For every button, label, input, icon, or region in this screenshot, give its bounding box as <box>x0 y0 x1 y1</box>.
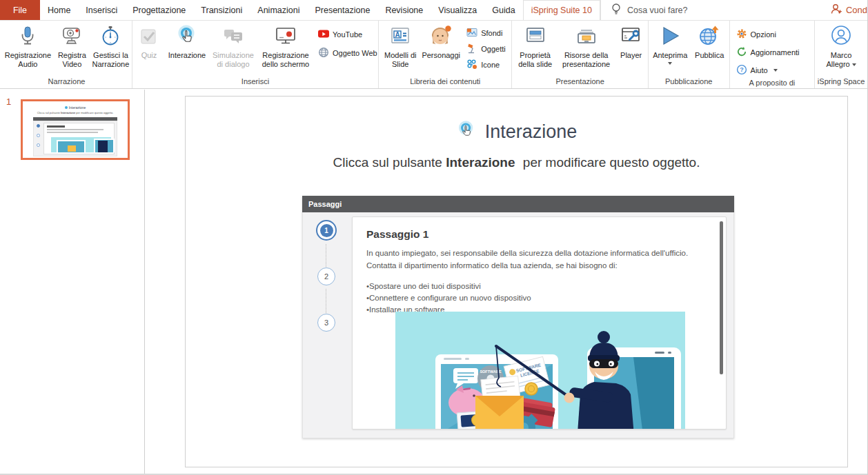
updates-button[interactable]: Aggiornamenti <box>736 46 800 59</box>
step-indicator-1: 1 <box>316 220 337 241</box>
workspace: 1 Interazione Clicca sul pulsante Intera… <box>0 90 867 474</box>
manage-narration-button[interactable]: Gestisci la Narrazione <box>90 22 131 69</box>
presentation-resources-icon <box>575 24 598 48</box>
slide-thumbnail-panel: 1 Interazione Clicca sul pulsante Intera… <box>0 90 145 474</box>
player-button[interactable]: Player <box>616 22 647 60</box>
speech-bubbles-icon <box>221 24 245 48</box>
web-object-button[interactable]: Oggetto Web <box>318 46 377 60</box>
objects-label: Oggetti <box>481 45 505 53</box>
globe-link-icon <box>318 47 329 59</box>
record-video-label: Registra Video <box>54 51 90 69</box>
record-audio-button[interactable]: Registrazione Audio <box>2 22 54 69</box>
dialog-sim-label: Simulazione di dialogo <box>209 51 257 69</box>
refresh-arrows-icon <box>736 46 747 59</box>
characters-button[interactable]: Personaggi <box>418 22 464 60</box>
ribbon: Registrazione Audio Registra Video Gesti… <box>0 21 867 89</box>
icons-glyph-icon <box>466 59 477 71</box>
bullet-item: •Spostare uno dei tuoi dispositivi <box>366 281 712 292</box>
group-label-ispring-space: iSpring Space <box>816 76 867 88</box>
options-button[interactable]: Opzioni <box>736 28 776 41</box>
group-label-narrazione: Narrazione <box>2 76 131 88</box>
youtube-label: YouTube <box>333 30 362 39</box>
tell-me-search[interactable]: Cosa vuoi fare? <box>600 0 830 20</box>
interaction-button[interactable]: Interazione <box>165 22 209 60</box>
slide-1-thumbnail[interactable]: Interazione Clicca sul pulsante Interazi… <box>21 99 130 160</box>
dropdown-caret-icon <box>773 69 778 72</box>
ribbon-group-a-proposito-di: Opzioni Aggiornamenti ? Aiuto <box>730 21 816 88</box>
group-label-a-proposito-di: A proposito di <box>731 77 814 88</box>
interaction-label: Interazione <box>168 51 206 60</box>
lightbulb-icon <box>611 3 622 17</box>
menu-tab-transizioni[interactable]: Transizioni <box>193 0 250 20</box>
slide-1-thumbnail-preview: Interazione Clicca sul pulsante Interazi… <box>23 101 128 158</box>
step-title: Passaggio 1 <box>366 228 712 241</box>
ribbon-group-presentazione: Proprietà della slide Risorse della pres… <box>512 21 648 88</box>
menu-tab-inserisci[interactable]: Inserisci <box>78 0 125 20</box>
step-connector <box>326 244 326 268</box>
ribbon-group-ispring-space: Marco Allegro iSpring Space <box>815 21 867 88</box>
stopwatch-icon <box>99 24 122 48</box>
menu-tab-ispring-suite[interactable]: iSpring Suite 10 <box>523 0 600 20</box>
publish-globe-icon <box>698 24 721 48</box>
slide-instruction: Clicca sul pulsante Interazione per modi… <box>186 155 847 170</box>
manage-narration-label: Gestisci la Narrazione <box>90 51 131 69</box>
dialog-sim-button: Simulazione di dialogo <box>209 22 257 69</box>
interaction-widget[interactable]: Passaggi 1 2 3 Passaggio 1 In quanto imp… <box>302 196 734 438</box>
icons-label: Icone <box>481 61 500 69</box>
step-indicator-2: 2 <box>317 267 335 285</box>
webcam-icon <box>60 24 83 48</box>
publish-label: Pubblica <box>695 51 724 60</box>
icons-button[interactable]: Icone <box>466 58 500 72</box>
menu-tab-animazioni[interactable]: Animazioni <box>250 0 307 20</box>
web-object-label: Oggetto Web <box>333 49 377 57</box>
menu-tab-revisione[interactable]: Revisione <box>377 0 431 20</box>
menu-tab-visualizza[interactable]: Visualizza <box>431 0 484 20</box>
dropdown-caret-icon <box>852 63 856 66</box>
slide-properties-button[interactable]: Proprietà della slide <box>514 22 557 69</box>
interaction-widget-body: 1 2 3 Passaggio 1 In quanto impiegato, s… <box>302 212 734 438</box>
step-content-card: Passaggio 1 In quanto impiegato, sei res… <box>352 216 727 429</box>
character-face-icon <box>429 24 453 48</box>
objects-button[interactable]: Oggetti <box>466 42 505 56</box>
step-indicator-3: 3 <box>317 314 335 332</box>
account-button[interactable]: Marco Allegro <box>822 22 860 69</box>
youtube-button[interactable]: YouTube <box>318 28 362 41</box>
slide-title: Interazione <box>485 121 578 143</box>
interaction-widget-header: Passaggi <box>302 196 734 212</box>
screen-recording-button[interactable]: Registrazione dello schermo <box>257 22 314 69</box>
options-label: Opzioni <box>751 30 776 39</box>
menu-tab-presentazione[interactable]: Presentazione <box>307 0 377 20</box>
ribbon-group-pubblicazione: Anteprima Pubblica Pubblicazione <box>649 21 730 88</box>
player-label: Player <box>620 51 642 60</box>
updates-label: Aggiornamenti <box>751 48 800 57</box>
slide-canvas[interactable]: Interazione Clicca sul pulsante Interazi… <box>185 96 848 467</box>
slide-template-icon: A <box>388 24 412 48</box>
library-small-buttons: Sfondi Oggetti Icone <box>464 22 508 72</box>
youtube-icon <box>318 28 329 41</box>
question-mark-icon: ? <box>736 64 747 77</box>
preview-label: Anteprima <box>653 51 687 60</box>
backgrounds-button[interactable]: Sfondi <box>466 26 502 40</box>
account-avatar-icon <box>829 24 853 48</box>
menu-tab-home[interactable]: Home <box>40 0 78 20</box>
play-icon <box>658 24 682 48</box>
help-button[interactable]: ? Aiuto <box>736 63 778 77</box>
interaction-icon <box>175 24 199 48</box>
dropdown-caret-icon <box>668 62 672 65</box>
share-button[interactable]: Cond <box>830 0 867 20</box>
menubar: File Home Inserisci Progettazione Transi… <box>0 0 867 21</box>
slide-templates-label: Modelli di Slide <box>382 51 418 69</box>
record-video-button[interactable]: Registra Video <box>54 22 90 69</box>
interaction-icon <box>456 120 477 143</box>
presentation-resources-label: Risorse della presentazione <box>557 51 616 69</box>
presentation-resources-button[interactable]: Risorse della presentazione <box>557 22 616 69</box>
menu-tab-file[interactable]: File <box>0 0 40 20</box>
ribbon-group-libreria: A Modelli di Slide Personaggi Sfon <box>379 21 512 88</box>
publish-button[interactable]: Pubblica <box>691 22 728 60</box>
slide-templates-button[interactable]: A Modelli di Slide <box>382 22 418 69</box>
menu-tab-guida[interactable]: Guida <box>484 0 522 20</box>
screen-recording-icon <box>274 24 297 48</box>
phishing-illustration: SOFTWARE SOFTWARE LICENSE <box>395 312 685 429</box>
preview-button[interactable]: Anteprima <box>649 22 691 65</box>
menu-tab-progettazione[interactable]: Progettazione <box>125 0 193 20</box>
